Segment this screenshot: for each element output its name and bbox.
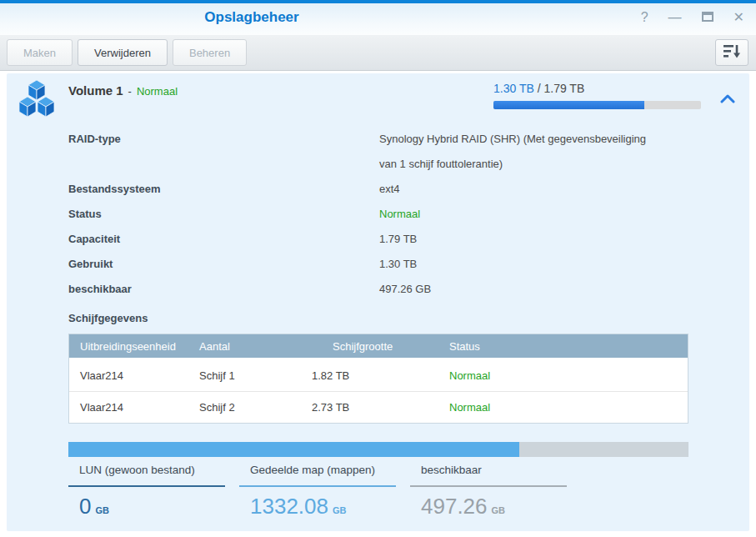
- usage-progressbar-fill: [493, 101, 644, 109]
- legend-shared-label: Gedeelde map (mappen): [239, 464, 396, 482]
- legend-lun-label: LUN (gewoon bestand): [68, 464, 225, 482]
- allocation-bar-fill: [68, 442, 519, 457]
- legend-available-label: beschikbaar: [410, 464, 567, 482]
- volume-name: Volume 1: [68, 83, 123, 98]
- legend-available-number: 497.26: [421, 494, 488, 519]
- legend-lun-rule: [68, 485, 225, 487]
- detail-label: Bestandssysteem: [68, 177, 379, 202]
- window-title: Opslagbeheer: [0, 9, 503, 26]
- cell-disk: Schijf 2: [199, 401, 312, 414]
- manage-button[interactable]: Beheren: [173, 39, 247, 66]
- collapse-panel-button[interactable]: [720, 92, 735, 107]
- maximize-icon[interactable]: [702, 9, 713, 26]
- detail-value: 497.26 GB: [379, 277, 654, 302]
- cell-size: 2.73 TB: [312, 401, 449, 414]
- volume-details: RAID-type Synology Hybrid RAID (SHR) (Me…: [68, 127, 654, 302]
- disk-table: Uitbreidingseenheid Aantal Schijfgrootte…: [68, 334, 688, 424]
- volume-separator: -: [128, 85, 132, 98]
- volume-title-row: Volume 1 - Normaal: [68, 83, 178, 98]
- volume-cubes-icon: [18, 80, 55, 123]
- detail-value: ext4: [379, 177, 654, 202]
- usage-total: 1.79 TB: [543, 82, 584, 95]
- allocation-bar: [68, 442, 688, 457]
- legend-shared-unit: GB: [333, 505, 347, 515]
- usage-progressbar: [493, 101, 701, 109]
- volume-panel: Volume 1 - Normaal 1.30 TB / 1.79 TB RAI…: [7, 73, 749, 531]
- legend-shared-number: 1332.08: [250, 494, 328, 519]
- cell-status: Normaal: [449, 369, 688, 382]
- window-controls: ? — ✕: [641, 9, 744, 26]
- usage-slash: /: [538, 82, 541, 95]
- detail-value: 1.30 TB: [379, 252, 654, 277]
- table-row[interactable]: Vlaar214 Schijf 1 1.82 TB Normaal: [69, 359, 688, 391]
- disk-info-heading: Schijfgegevens: [68, 312, 148, 324]
- cell-status: Normaal: [449, 401, 688, 414]
- minimize-icon[interactable]: —: [668, 9, 682, 26]
- close-icon[interactable]: ✕: [733, 9, 744, 26]
- column-header-number[interactable]: Aantal: [199, 340, 312, 353]
- legend-available: beschikbaar 497.26 GB: [410, 464, 567, 519]
- legend-shared-value: 1332.08 GB: [239, 494, 396, 519]
- detail-value: Synology Hybrid RAID (SHR) (Met gegevens…: [379, 127, 654, 177]
- volume-status: Normaal: [137, 85, 178, 98]
- detail-label: beschikbaar: [68, 277, 379, 302]
- cell-size: 1.82 TB: [312, 369, 449, 382]
- help-icon[interactable]: ?: [641, 9, 648, 26]
- detail-label: Gebruikt: [68, 252, 379, 277]
- table-row[interactable]: Vlaar214 Schijf 2 2.73 TB Normaal: [69, 391, 688, 423]
- usage-used: 1.30 TB: [493, 82, 534, 95]
- detail-label: RAID-type: [68, 127, 379, 177]
- cell-disk: Schijf 1: [199, 369, 312, 382]
- column-header-disk-size[interactable]: Schijfgrootte: [312, 340, 449, 353]
- detail-value: 1.79 TB: [379, 227, 654, 252]
- legend-lun-number: 0: [79, 494, 91, 519]
- legend-shared-folders: Gedeelde map (mappen) 1332.08 GB: [239, 464, 396, 519]
- column-header-status[interactable]: Status: [449, 340, 688, 353]
- detail-value-status: Normaal: [379, 202, 654, 227]
- detail-label: Capaciteit: [68, 227, 379, 252]
- create-button[interactable]: Maken: [7, 39, 73, 66]
- toolbar-buttons: Maken Verwijderen Beheren: [7, 39, 247, 66]
- disk-table-header: Uitbreidingseenheid Aantal Schijfgrootte…: [69, 334, 688, 359]
- cell-unit: Vlaar214: [69, 401, 199, 414]
- titlebar: Opslagbeheer ? — ✕: [0, 0, 756, 35]
- legend-lun: LUN (gewoon bestand) 0 GB: [68, 464, 225, 519]
- allocation-legend: LUN (gewoon bestand) 0 GB Gedeelde map (…: [68, 464, 581, 519]
- legend-available-rule: [410, 485, 567, 487]
- window-accent-strip: [0, 0, 756, 3]
- legend-available-value: 497.26 GB: [410, 494, 567, 519]
- toolbar: Maken Verwijderen Beheren: [0, 35, 756, 71]
- usage-text: 1.30 TB / 1.79 TB: [493, 82, 584, 95]
- column-header-expansion-unit[interactable]: Uitbreidingseenheid: [69, 340, 199, 353]
- cell-unit: Vlaar214: [69, 369, 199, 382]
- legend-available-unit: GB: [492, 505, 506, 515]
- detail-label: Status: [68, 202, 379, 227]
- legend-lun-value: 0 GB: [68, 494, 225, 519]
- sort-list-icon: [723, 44, 740, 61]
- sort-button[interactable]: [715, 39, 748, 66]
- legend-shared-rule: [239, 485, 396, 487]
- remove-button[interactable]: Verwijderen: [78, 39, 168, 66]
- legend-lun-unit: GB: [95, 505, 109, 515]
- maximize-glyph: [702, 12, 713, 22]
